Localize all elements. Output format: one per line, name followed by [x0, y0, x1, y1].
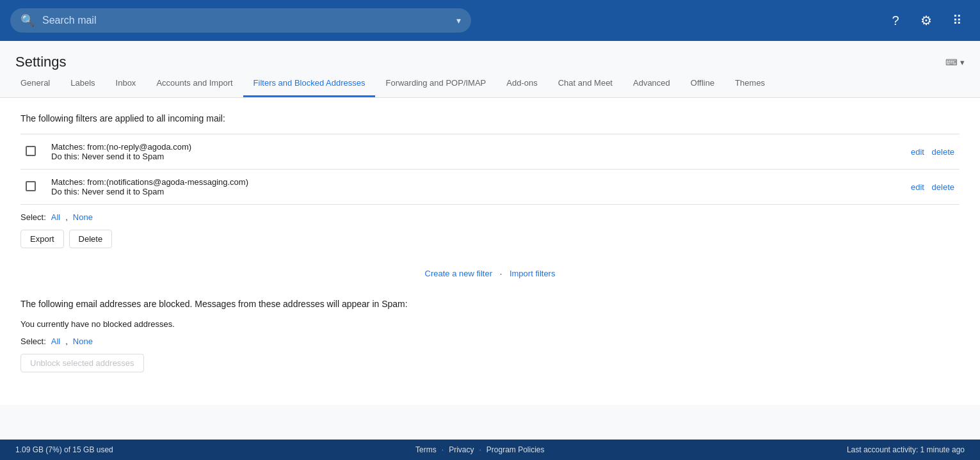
import-filters-link[interactable]: Import filters [510, 269, 556, 278]
blocked-section: The following email addresses are blocke… [20, 299, 960, 372]
filter-1-matches-label: Matches: [51, 142, 87, 152]
filter-2-edit[interactable]: edit [911, 182, 924, 192]
page-title: Settings [15, 54, 67, 70]
keyboard-icon: ⌨ [945, 58, 958, 67]
keyboard-shortcut[interactable]: ⌨ ▾ [945, 58, 965, 67]
tab-forwarding[interactable]: Forwarding and POP/IMAP [375, 70, 496, 97]
filter-2-info: Matches: from:(notifications@agoda-messa… [46, 170, 771, 205]
select-all-blocked[interactable]: All [51, 337, 60, 346]
top-bar: 🔍 ▾ ? ⚙ ⠿ [0, 0, 980, 41]
filters-select-bar: Select: All, None [20, 212, 960, 222]
blocked-section-title: The following email addresses are blocke… [20, 299, 960, 309]
select-label: Select: [20, 212, 46, 222]
table-row: Matches: from:(notifications@agoda-messa… [20, 170, 960, 205]
settings-header: Settings ⌨ ▾ [0, 41, 980, 70]
delete-button[interactable]: Delete [69, 230, 113, 248]
create-new-filter-link[interactable]: Create a new filter [425, 269, 493, 278]
filters-table: Matches: from:(no-reply@agoda.com) Do th… [20, 134, 960, 205]
help-button[interactable]: ? [883, 8, 908, 33]
gear-icon: ⚙ [920, 13, 932, 28]
filter-2-delete[interactable]: delete [932, 182, 954, 192]
no-blocked-addresses-msg: You currently have no blocked addresses. [20, 319, 960, 329]
filter-2-matches-value: from:(notifications@agoda-messaging.com) [87, 177, 248, 187]
filter-1-delete[interactable]: delete [932, 147, 954, 157]
storage-info: 1.09 GB (7%) of 15 GB used [15, 445, 113, 454]
blocked-select-bar: Select: All, None [20, 337, 960, 346]
tab-inbox[interactable]: Inbox [106, 70, 147, 97]
tab-addons[interactable]: Add-ons [496, 70, 547, 97]
tab-accounts-import[interactable]: Accounts and Import [146, 70, 243, 97]
filter-separator: · [500, 269, 502, 278]
settings-panel: Settings ⌨ ▾ General Labels Inbox Accoun… [0, 41, 980, 440]
select-all-filters[interactable]: All [51, 212, 60, 222]
search-icon: 🔍 [20, 13, 35, 28]
search-input[interactable] [42, 15, 449, 26]
table-row: Matches: from:(no-reply@agoda.com) Do th… [20, 134, 960, 170]
select-none-blocked[interactable]: None [73, 337, 93, 346]
unblock-button[interactable]: Unblock selected addresses [20, 354, 144, 372]
last-activity: Last account activity: 1 minute ago [847, 445, 965, 454]
main-content: The following filters are applied to all… [0, 98, 980, 405]
program-policies-link[interactable]: Program Policies [486, 445, 545, 454]
search-bar[interactable]: 🔍 ▾ [10, 8, 471, 33]
filter-2-matches-label: Matches: [51, 177, 87, 187]
apps-icon: ⠿ [952, 13, 962, 28]
settings-button[interactable]: ⚙ [913, 8, 939, 33]
help-icon: ? [892, 13, 899, 28]
filter-1-action: Do this: Never send it to Spam [51, 152, 164, 161]
search-dropdown-icon[interactable]: ▾ [456, 15, 461, 26]
filter-1-info: Matches: from:(no-reply@agoda.com) Do th… [46, 134, 771, 170]
filter-1-matches-value: from:(no-reply@agoda.com) [87, 142, 191, 152]
filter-1-edit[interactable]: edit [911, 147, 924, 157]
select-none-filters[interactable]: None [73, 212, 93, 222]
footer-links: Terms · Privacy · Program Policies [415, 445, 544, 454]
keyboard-dropdown: ▾ [960, 58, 965, 67]
tab-themes[interactable]: Themes [725, 70, 775, 97]
tab-chat-meet[interactable]: Chat and Meet [548, 70, 623, 97]
filter-2-action: Do this: Never send it to Spam [51, 187, 164, 196]
tab-filters-blocked[interactable]: Filters and Blocked Addresses [243, 70, 376, 97]
privacy-link[interactable]: Privacy [449, 445, 474, 454]
apps-button[interactable]: ⠿ [944, 8, 970, 33]
create-filter-bar: Create a new filter · Import filters [20, 258, 960, 289]
tab-advanced[interactable]: Advanced [623, 70, 680, 97]
filters-section-title: The following filters are applied to all… [20, 113, 960, 123]
blocked-select-label: Select: [20, 337, 46, 346]
tab-general[interactable]: General [10, 70, 60, 97]
top-bar-actions: ? ⚙ ⠿ [883, 8, 970, 33]
tab-offline[interactable]: Offline [680, 70, 725, 97]
tab-labels[interactable]: Labels [60, 70, 105, 97]
settings-tabs: General Labels Inbox Accounts and Import… [0, 70, 980, 98]
terms-link[interactable]: Terms [415, 445, 437, 454]
filter-1-checkbox[interactable] [26, 146, 36, 156]
footer: 1.09 GB (7%) of 15 GB used Terms · Priva… [0, 440, 980, 460]
filter-2-checkbox[interactable] [26, 181, 36, 191]
export-button[interactable]: Export [20, 230, 64, 248]
